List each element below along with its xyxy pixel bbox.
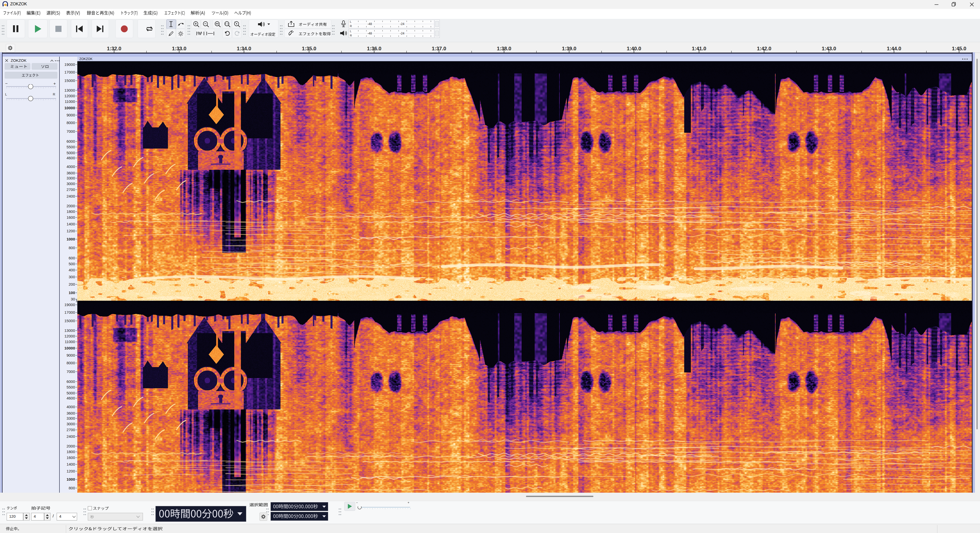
svg-text:1000: 1000 bbox=[67, 237, 75, 241]
svg-text:12000: 12000 bbox=[64, 334, 75, 338]
svg-text:800: 800 bbox=[68, 245, 75, 250]
svg-text:17000: 17000 bbox=[64, 310, 75, 315]
svg-text:19000: 19000 bbox=[64, 302, 75, 307]
svg-text:13000: 13000 bbox=[64, 88, 75, 92]
svg-text:2400: 2400 bbox=[67, 194, 75, 198]
svg-text:200: 200 bbox=[68, 282, 75, 286]
svg-text:-48: -48 bbox=[368, 22, 372, 26]
svg-text:3600: 3600 bbox=[67, 411, 75, 415]
svg-text:5500: 5500 bbox=[67, 145, 75, 149]
svg-text:8000: 8000 bbox=[67, 361, 75, 365]
svg-text:5500: 5500 bbox=[67, 385, 75, 389]
svg-text:800: 800 bbox=[68, 486, 75, 490]
svg-text:13000: 13000 bbox=[64, 328, 75, 333]
svg-text:600: 600 bbox=[68, 256, 75, 260]
svg-text:5000: 5000 bbox=[67, 391, 75, 395]
svg-text:5000: 5000 bbox=[67, 151, 75, 155]
svg-text:11000: 11000 bbox=[65, 99, 75, 103]
svg-text:4000: 4000 bbox=[67, 404, 75, 409]
svg-text:7000: 7000 bbox=[67, 129, 75, 134]
svg-text:2400: 2400 bbox=[67, 434, 75, 439]
svg-text:12000: 12000 bbox=[64, 94, 75, 98]
svg-text:2000: 2000 bbox=[67, 444, 75, 448]
svg-text:4600: 4600 bbox=[67, 156, 75, 160]
svg-text:-48: -48 bbox=[368, 32, 372, 35]
svg-text:1800: 1800 bbox=[67, 450, 75, 454]
svg-text:400: 400 bbox=[68, 268, 75, 272]
svg-text:11000: 11000 bbox=[65, 339, 75, 344]
svg-text:7000: 7000 bbox=[67, 369, 75, 374]
svg-text:9000: 9000 bbox=[67, 353, 75, 357]
svg-text:15000: 15000 bbox=[64, 78, 75, 83]
svg-text:1200: 1200 bbox=[67, 229, 75, 233]
svg-text:1200: 1200 bbox=[67, 469, 75, 473]
svg-text:3000: 3000 bbox=[67, 181, 75, 186]
svg-text:15000: 15000 bbox=[64, 318, 75, 323]
svg-text:2000: 2000 bbox=[67, 204, 75, 208]
svg-text:-24: -24 bbox=[400, 22, 404, 26]
svg-text:100: 100 bbox=[68, 291, 75, 295]
svg-text:-24: -24 bbox=[400, 32, 404, 35]
svg-text:30: 30 bbox=[71, 297, 75, 301]
svg-text:500: 500 bbox=[68, 262, 75, 266]
svg-text:1000: 1000 bbox=[67, 477, 75, 481]
svg-text:6000: 6000 bbox=[67, 379, 75, 383]
svg-text:1600: 1600 bbox=[67, 215, 75, 220]
svg-text:6000: 6000 bbox=[67, 139, 75, 143]
svg-text:8000: 8000 bbox=[67, 121, 75, 125]
svg-text:300: 300 bbox=[68, 275, 75, 279]
svg-text:2700: 2700 bbox=[67, 187, 75, 192]
svg-text:1600: 1600 bbox=[67, 455, 75, 460]
svg-text:10000: 10000 bbox=[64, 346, 75, 350]
svg-text:17000: 17000 bbox=[64, 70, 75, 74]
svg-text:1800: 1800 bbox=[67, 209, 75, 214]
svg-text:10000: 10000 bbox=[64, 106, 75, 110]
svg-text:1400: 1400 bbox=[67, 462, 75, 466]
svg-text:1400: 1400 bbox=[67, 222, 75, 226]
svg-text:3600: 3600 bbox=[67, 171, 75, 175]
svg-text:3300: 3300 bbox=[67, 176, 75, 180]
svg-text:3300: 3300 bbox=[67, 416, 75, 420]
svg-text:9000: 9000 bbox=[67, 113, 75, 117]
svg-text:2700: 2700 bbox=[67, 428, 75, 432]
svg-text:19000: 19000 bbox=[64, 62, 75, 67]
svg-text:3000: 3000 bbox=[67, 422, 75, 426]
svg-text:4600: 4600 bbox=[67, 396, 75, 400]
svg-text:4000: 4000 bbox=[67, 164, 75, 169]
